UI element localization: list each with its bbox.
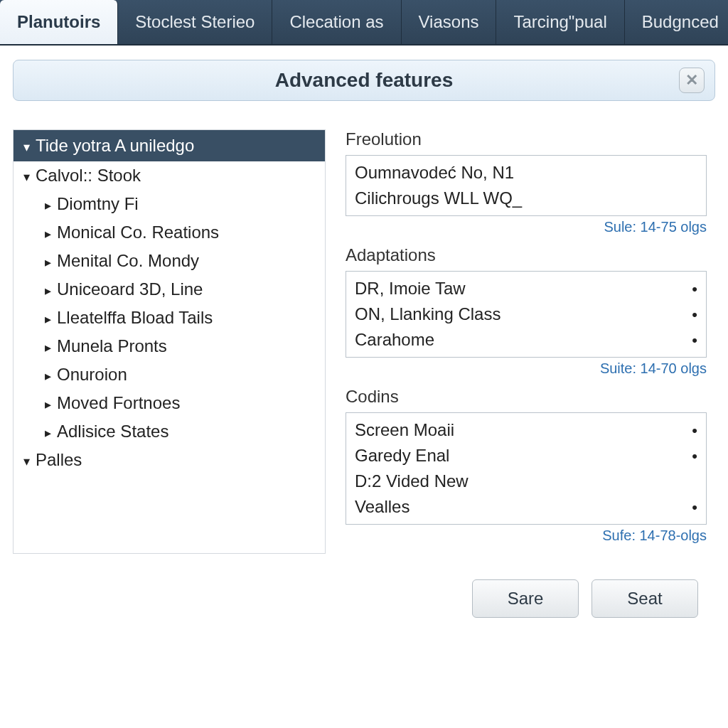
tree-root[interactable]: Tide yotra A uniledgo <box>14 130 325 161</box>
listbox[interactable]: Screen MoaiiGaredy EnalD:2 Vided NewVeal… <box>346 412 707 525</box>
caret-right-icon <box>45 279 51 299</box>
list-item-text: D:2 Vided New <box>355 471 469 491</box>
tree-node-label: Munela Pronts <box>57 336 167 356</box>
tab-0[interactable]: Planutoirs <box>0 0 118 44</box>
close-button[interactable]: ✕ <box>679 68 705 93</box>
list-item[interactable]: D:2 Vided New <box>355 469 697 494</box>
tree-node-6[interactable]: Munela Pronts <box>14 332 325 360</box>
section-2: CodinsScreen MoaiiGaredy EnalD:2 Vided N… <box>346 387 707 544</box>
caret-right-icon <box>45 422 51 441</box>
right-column: FreolutionOumnavodeć No, N1Cilichrougs W… <box>346 129 715 554</box>
tree-node-label: Palles <box>36 450 82 470</box>
list-item[interactable]: DR, Imoie Taw <box>355 276 697 301</box>
footer: Sare Seat <box>13 554 715 618</box>
save-button-label: Sare <box>508 589 544 608</box>
section-label: Adaptations <box>346 245 707 265</box>
caret-down-icon <box>23 166 30 186</box>
panel-header: Advanced features ✕ <box>13 60 715 101</box>
tree-node-label: Adlisice States <box>57 422 168 441</box>
bullet-icon <box>685 497 697 517</box>
list-item[interactable]: Garedy Enal <box>355 443 697 469</box>
list-item[interactable]: ON, Llanking Class <box>355 301 697 327</box>
list-item-text: Carahome <box>355 330 434 350</box>
tree-node-label: Uniceoard 3D, Line <box>57 279 203 299</box>
caret-right-icon <box>45 251 51 271</box>
caret-right-icon <box>45 194 51 214</box>
caret-right-icon <box>45 365 51 385</box>
tree-node-label: Menital Co. Mondy <box>57 251 199 271</box>
tree-node-1[interactable]: Diomtny Fi <box>14 190 325 218</box>
tree-node-label: Diomtny Fi <box>57 194 139 214</box>
tree-node-label: Moved Fortnoes <box>57 393 180 413</box>
tab-4[interactable]: Tarcing"pual <box>496 0 624 44</box>
listbox[interactable]: DR, Imoie TawON, Llanking ClassCarahome <box>346 271 707 358</box>
seat-button-label: Seat <box>627 589 662 608</box>
tab-3[interactable]: Viasons <box>402 0 497 44</box>
list-item[interactable]: Oumnavodeć No, N1 <box>355 160 697 186</box>
suite-link[interactable]: Sufe: 14-78-olgs <box>346 528 707 544</box>
tab-5[interactable]: Budgnced <box>625 0 728 44</box>
list-item-text: DR, Imoie Taw <box>355 279 466 299</box>
seat-button[interactable]: Seat <box>592 579 698 618</box>
tree-node-label: Onuroion <box>57 365 127 385</box>
save-button[interactable]: Sare <box>472 579 579 618</box>
content-area: Tide yotra A uniledgo Calvol:: StookDiom… <box>13 129 715 554</box>
tree-node-7[interactable]: Onuroion <box>14 360 325 389</box>
tab-1[interactable]: Stoclest Sterieo <box>118 0 272 44</box>
list-item-text: Oumnavodeć No, N1 <box>355 163 514 183</box>
caret-down-icon <box>23 136 30 156</box>
bullet-icon <box>685 420 697 440</box>
listbox[interactable]: Oumnavodeć No, N1Cilichrougs WLL WQ_ <box>346 155 707 216</box>
section-label: Freolution <box>346 129 707 149</box>
suite-link[interactable]: Suite: 14-70 olgs <box>346 360 707 377</box>
tree-node-9[interactable]: Adlisice States <box>14 417 325 446</box>
tree-node-label: Calvol:: Stook <box>36 166 141 186</box>
panel-wrapper: Advanced features ✕ Tide yotra A uniledg… <box>0 46 728 632</box>
caret-right-icon <box>45 336 51 356</box>
tab-bar: PlanutoirsStoclest SterieoClecation asVi… <box>0 0 728 46</box>
panel-title: Advanced features <box>275 69 454 92</box>
tree-node-8[interactable]: Moved Fortnoes <box>14 389 325 417</box>
list-item[interactable]: Carahome <box>355 327 697 353</box>
close-icon: ✕ <box>685 71 698 90</box>
bullet-icon <box>685 446 697 466</box>
tree-panel: Tide yotra A uniledgo Calvol:: StookDiom… <box>13 129 326 554</box>
list-item-text: Screen Moaii <box>355 420 454 440</box>
suite-link[interactable]: Sule: 14-75 olgs <box>346 219 707 235</box>
list-item[interactable]: Vealles <box>355 494 697 520</box>
tree-node-label: Lleatelffa Bload Tails <box>57 308 213 328</box>
list-item[interactable]: Screen Moaii <box>355 417 697 443</box>
tree-root-label: Tide yotra A uniledgo <box>36 136 194 156</box>
list-item-text: Cilichrougs WLL WQ_ <box>355 188 522 208</box>
caret-right-icon <box>45 393 51 413</box>
tree-node-4[interactable]: Uniceoard 3D, Line <box>14 275 325 304</box>
tree-node-10[interactable]: Palles <box>14 446 325 474</box>
list-item-text: Vealles <box>355 497 410 517</box>
tab-2[interactable]: Clecation as <box>272 0 401 44</box>
bullet-icon <box>685 330 697 350</box>
tree-node-0[interactable]: Calvol:: Stook <box>14 161 325 190</box>
bullet-icon <box>685 304 697 324</box>
caret-down-icon <box>23 450 30 470</box>
caret-right-icon <box>45 223 51 242</box>
tree-node-5[interactable]: Lleatelffa Bload Tails <box>14 304 325 332</box>
list-item-text: Garedy Enal <box>355 446 449 466</box>
section-label: Codins <box>346 387 707 407</box>
bullet-icon <box>685 279 697 299</box>
tree-node-3[interactable]: Menital Co. Mondy <box>14 247 325 275</box>
section-0: FreolutionOumnavodeć No, N1Cilichrougs W… <box>346 129 707 235</box>
caret-right-icon <box>45 308 51 328</box>
list-item[interactable]: Cilichrougs WLL WQ_ <box>355 186 697 211</box>
tree-node-2[interactable]: Monical Co. Reations <box>14 218 325 247</box>
section-1: AdaptationsDR, Imoie TawON, Llanking Cla… <box>346 245 707 377</box>
list-item-text: ON, Llanking Class <box>355 304 500 324</box>
tree-node-label: Monical Co. Reations <box>57 223 219 242</box>
